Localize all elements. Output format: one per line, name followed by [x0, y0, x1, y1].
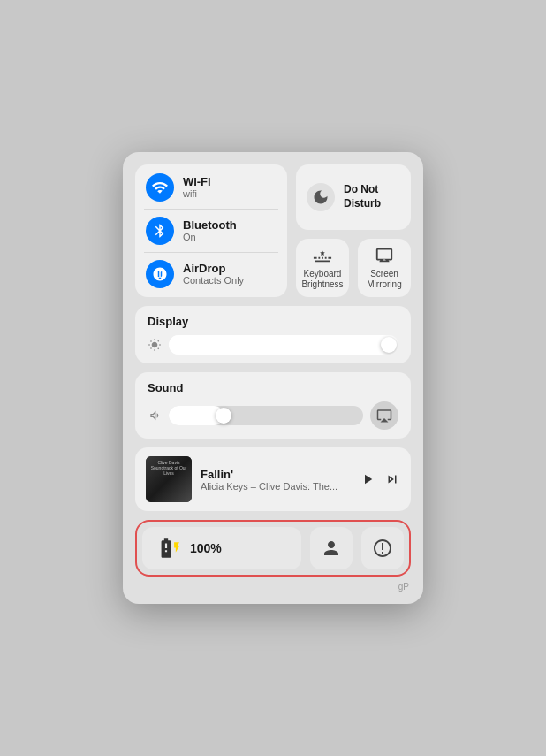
- battery-icon: [155, 537, 183, 560]
- sound-title: Sound: [148, 381, 398, 394]
- airdrop-item[interactable]: AirDrop Contacts Only: [146, 260, 277, 288]
- airdrop-icon: [146, 260, 174, 288]
- airdrop-label: AirDrop: [183, 262, 244, 276]
- song-title: Fallin': [201, 468, 351, 481]
- bluetooth-label: Bluetooth: [183, 218, 237, 233]
- bluetooth-sublabel: On: [183, 232, 237, 243]
- display-title: Display: [148, 315, 398, 328]
- user-button[interactable]: [310, 527, 353, 569]
- bluetooth-item[interactable]: Bluetooth On: [146, 217, 277, 245]
- sound-section: Sound: [135, 372, 411, 439]
- watermark: gP: [135, 582, 411, 592]
- bottom-row: 100%: [135, 520, 411, 577]
- accessibility-button[interactable]: [361, 527, 404, 569]
- separator: [144, 209, 278, 210]
- airdrop-sublabel: Contacts Only: [183, 275, 244, 286]
- network-panel: Wi-Fi wifi Bluetooth On: [135, 164, 287, 297]
- dnd-panel[interactable]: Do Not Disturb: [296, 164, 411, 230]
- quick-icons-row: Keyboard Brightness Screen Mirroring: [296, 239, 411, 297]
- volume-row: [148, 401, 398, 430]
- keyboard-brightness-panel[interactable]: Keyboard Brightness: [296, 239, 349, 297]
- now-playing-section: Clive Davis Soundtrack of Our Lives Fall…: [135, 447, 411, 511]
- brightness-slider[interactable]: [169, 335, 398, 355]
- volume-icon: [148, 409, 162, 423]
- wifi-icon: [146, 173, 174, 202]
- song-artist: Alicia Keys – Clive Davis: The...: [201, 481, 351, 492]
- keyboard-brightness-label: Keyboard Brightness: [300, 269, 345, 290]
- wifi-sublabel: wifi: [183, 188, 211, 200]
- battery-panel[interactable]: 100%: [142, 527, 301, 569]
- brightness-row: [148, 335, 398, 355]
- battery-percentage: 100%: [190, 541, 222, 555]
- top-row: Wi-Fi wifi Bluetooth On: [135, 164, 411, 297]
- wifi-label: Wi-Fi: [183, 175, 211, 189]
- right-column: Do Not Disturb Keyboard Brightness Scree…: [296, 164, 411, 297]
- brightness-icon: [148, 338, 162, 352]
- bluetooth-icon: [146, 217, 174, 245]
- album-art: Clive Davis Soundtrack of Our Lives: [146, 456, 192, 502]
- airplay-button[interactable]: [370, 401, 398, 430]
- display-section: Display: [135, 306, 411, 363]
- play-button[interactable]: [360, 471, 375, 487]
- song-info: Fallin' Alicia Keys – Clive Davis: The..…: [201, 468, 351, 492]
- screen-mirroring-label: Screen Mirroring: [361, 269, 407, 290]
- control-center: Wi-Fi wifi Bluetooth On: [123, 152, 423, 604]
- skip-forward-button[interactable]: [384, 471, 400, 487]
- wifi-item[interactable]: Wi-Fi wifi: [146, 173, 277, 202]
- separator2: [144, 252, 278, 253]
- dnd-icon: [307, 183, 335, 211]
- volume-slider[interactable]: [169, 406, 363, 425]
- dnd-label: Do Not Disturb: [344, 183, 400, 210]
- screen-mirroring-panel[interactable]: Screen Mirroring: [358, 239, 411, 297]
- playback-controls: [360, 471, 400, 487]
